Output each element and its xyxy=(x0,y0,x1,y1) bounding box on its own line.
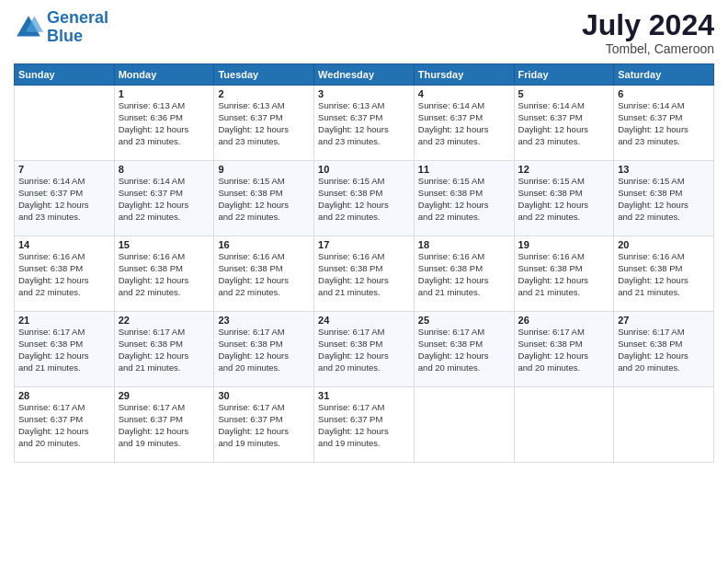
calendar-cell: 5Sunrise: 6:14 AMSunset: 6:37 PMDaylight… xyxy=(514,86,614,161)
day-info: Sunrise: 6:17 AMSunset: 6:37 PMDaylight:… xyxy=(119,402,210,449)
day-number: 12 xyxy=(518,164,610,175)
title-block: July 2024 Tombel, Cameroon xyxy=(582,9,714,56)
calendar-cell: 1Sunrise: 6:13 AMSunset: 6:36 PMDaylight… xyxy=(114,86,214,161)
day-number: 9 xyxy=(218,164,310,175)
day-number: 7 xyxy=(18,164,110,175)
calendar-cell: 3Sunrise: 6:13 AMSunset: 6:37 PMDaylight… xyxy=(314,86,415,161)
calendar-week-5: 28Sunrise: 6:17 AMSunset: 6:37 PMDayligh… xyxy=(15,387,714,463)
calendar-cell: 6Sunrise: 6:14 AMSunset: 6:37 PMDaylight… xyxy=(614,86,714,161)
calendar-cell: 17Sunrise: 6:16 AMSunset: 6:38 PMDayligh… xyxy=(314,236,415,312)
day-info: Sunrise: 6:17 AMSunset: 6:38 PMDaylight:… xyxy=(318,327,410,373)
day-number: 4 xyxy=(418,88,510,99)
day-info: Sunrise: 6:17 AMSunset: 6:38 PMDaylight:… xyxy=(418,327,510,373)
day-number: 19 xyxy=(518,239,610,250)
logo-blue: Blue xyxy=(47,27,83,45)
calendar-cell: 9Sunrise: 6:15 AMSunset: 6:38 PMDaylight… xyxy=(214,161,314,236)
day-number: 18 xyxy=(418,239,510,250)
calendar-cell xyxy=(15,86,115,161)
day-number: 31 xyxy=(318,390,410,401)
day-number: 17 xyxy=(318,239,410,250)
calendar-week-1: 1Sunrise: 6:13 AMSunset: 6:36 PMDaylight… xyxy=(15,86,714,161)
logo-icon xyxy=(14,13,43,42)
day-info: Sunrise: 6:14 AMSunset: 6:37 PMDaylight:… xyxy=(18,176,110,223)
calendar-cell: 8Sunrise: 6:14 AMSunset: 6:37 PMDaylight… xyxy=(114,161,214,236)
day-info: Sunrise: 6:16 AMSunset: 6:38 PMDaylight:… xyxy=(618,251,710,298)
day-number: 16 xyxy=(218,239,310,250)
day-info: Sunrise: 6:16 AMSunset: 6:38 PMDaylight:… xyxy=(318,251,410,298)
calendar-cell: 31Sunrise: 6:17 AMSunset: 6:37 PMDayligh… xyxy=(314,387,415,463)
day-info: Sunrise: 6:14 AMSunset: 6:37 PMDaylight:… xyxy=(119,176,210,223)
calendar-cell: 27Sunrise: 6:17 AMSunset: 6:38 PMDayligh… xyxy=(614,312,714,387)
day-number: 3 xyxy=(318,88,410,99)
day-info: Sunrise: 6:16 AMSunset: 6:38 PMDaylight:… xyxy=(218,251,310,298)
calendar-header-row: SundayMondayTuesdayWednesdayThursdayFrid… xyxy=(15,64,714,86)
header: General Blue July 2024 Tombel, Cameroon xyxy=(14,9,714,56)
day-info: Sunrise: 6:15 AMSunset: 6:38 PMDaylight:… xyxy=(618,176,710,223)
day-number: 11 xyxy=(418,164,510,175)
day-info: Sunrise: 6:17 AMSunset: 6:37 PMDaylight:… xyxy=(318,402,410,449)
day-info: Sunrise: 6:17 AMSunset: 6:38 PMDaylight:… xyxy=(18,327,110,373)
calendar-header-wednesday: Wednesday xyxy=(314,64,415,86)
day-number: 1 xyxy=(119,88,210,99)
calendar-cell: 23Sunrise: 6:17 AMSunset: 6:38 PMDayligh… xyxy=(214,312,314,387)
calendar-header-thursday: Thursday xyxy=(414,64,514,86)
calendar-week-4: 21Sunrise: 6:17 AMSunset: 6:38 PMDayligh… xyxy=(15,312,714,387)
day-number: 24 xyxy=(318,315,410,326)
calendar-cell: 15Sunrise: 6:16 AMSunset: 6:38 PMDayligh… xyxy=(114,236,214,312)
day-info: Sunrise: 6:13 AMSunset: 6:37 PMDaylight:… xyxy=(218,100,310,147)
day-number: 25 xyxy=(418,315,510,326)
calendar-cell xyxy=(614,387,714,463)
calendar-cell: 11Sunrise: 6:15 AMSunset: 6:38 PMDayligh… xyxy=(414,161,514,236)
day-info: Sunrise: 6:17 AMSunset: 6:38 PMDaylight:… xyxy=(218,327,310,373)
page: General Blue July 2024 Tombel, Cameroon … xyxy=(0,0,728,563)
day-number: 20 xyxy=(618,239,710,250)
day-info: Sunrise: 6:16 AMSunset: 6:38 PMDaylight:… xyxy=(119,251,210,298)
day-info: Sunrise: 6:16 AMSunset: 6:38 PMDaylight:… xyxy=(518,251,610,298)
calendar-cell: 2Sunrise: 6:13 AMSunset: 6:37 PMDaylight… xyxy=(214,86,314,161)
day-number: 22 xyxy=(119,315,210,326)
calendar-cell: 19Sunrise: 6:16 AMSunset: 6:38 PMDayligh… xyxy=(514,236,614,312)
calendar-cell: 18Sunrise: 6:16 AMSunset: 6:38 PMDayligh… xyxy=(414,236,514,312)
day-info: Sunrise: 6:14 AMSunset: 6:37 PMDaylight:… xyxy=(518,100,610,147)
day-number: 29 xyxy=(119,390,210,401)
day-number: 6 xyxy=(618,88,710,99)
day-number: 5 xyxy=(518,88,610,99)
calendar-cell: 20Sunrise: 6:16 AMSunset: 6:38 PMDayligh… xyxy=(614,236,714,312)
logo-text: General Blue xyxy=(47,9,108,46)
day-number: 8 xyxy=(119,164,210,175)
calendar-cell: 16Sunrise: 6:16 AMSunset: 6:38 PMDayligh… xyxy=(214,236,314,312)
calendar-table: SundayMondayTuesdayWednesdayThursdayFrid… xyxy=(14,63,714,463)
day-info: Sunrise: 6:16 AMSunset: 6:38 PMDaylight:… xyxy=(418,251,510,298)
calendar-week-2: 7Sunrise: 6:14 AMSunset: 6:37 PMDaylight… xyxy=(15,161,714,236)
day-info: Sunrise: 6:16 AMSunset: 6:38 PMDaylight:… xyxy=(18,251,110,298)
logo: General Blue xyxy=(14,9,108,46)
day-number: 14 xyxy=(18,239,110,250)
calendar-cell: 26Sunrise: 6:17 AMSunset: 6:38 PMDayligh… xyxy=(514,312,614,387)
calendar-cell: 10Sunrise: 6:15 AMSunset: 6:38 PMDayligh… xyxy=(314,161,415,236)
calendar-cell: 28Sunrise: 6:17 AMSunset: 6:37 PMDayligh… xyxy=(15,387,115,463)
day-info: Sunrise: 6:14 AMSunset: 6:37 PMDaylight:… xyxy=(618,100,710,147)
calendar-cell: 21Sunrise: 6:17 AMSunset: 6:38 PMDayligh… xyxy=(15,312,115,387)
calendar-header-tuesday: Tuesday xyxy=(214,64,314,86)
day-number: 23 xyxy=(218,315,310,326)
location: Tombel, Cameroon xyxy=(582,41,714,56)
calendar-header-saturday: Saturday xyxy=(614,64,714,86)
day-info: Sunrise: 6:15 AMSunset: 6:38 PMDaylight:… xyxy=(318,176,410,223)
day-info: Sunrise: 6:17 AMSunset: 6:37 PMDaylight:… xyxy=(218,402,310,449)
day-info: Sunrise: 6:13 AMSunset: 6:37 PMDaylight:… xyxy=(318,100,410,147)
logo-general: General xyxy=(47,8,108,27)
day-number: 27 xyxy=(618,315,710,326)
day-number: 10 xyxy=(318,164,410,175)
day-number: 15 xyxy=(119,239,210,250)
day-info: Sunrise: 6:17 AMSunset: 6:38 PMDaylight:… xyxy=(618,327,710,373)
calendar-cell xyxy=(414,387,514,463)
day-info: Sunrise: 6:15 AMSunset: 6:38 PMDaylight:… xyxy=(218,176,310,223)
calendar-cell: 7Sunrise: 6:14 AMSunset: 6:37 PMDaylight… xyxy=(15,161,115,236)
calendar-cell xyxy=(514,387,614,463)
month-year: July 2024 xyxy=(582,9,714,41)
calendar-cell: 13Sunrise: 6:15 AMSunset: 6:38 PMDayligh… xyxy=(614,161,714,236)
calendar-cell: 30Sunrise: 6:17 AMSunset: 6:37 PMDayligh… xyxy=(214,387,314,463)
day-number: 28 xyxy=(18,390,110,401)
calendar-cell: 29Sunrise: 6:17 AMSunset: 6:37 PMDayligh… xyxy=(114,387,214,463)
day-info: Sunrise: 6:17 AMSunset: 6:38 PMDaylight:… xyxy=(119,327,210,373)
